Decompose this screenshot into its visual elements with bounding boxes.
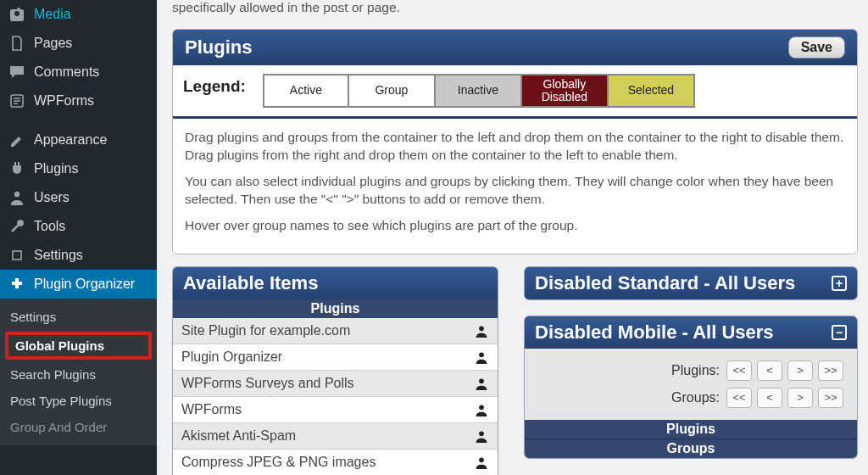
plugin-row[interactable]: WPForms Surveys and Polls (173, 371, 498, 397)
plugin-organizer-submenu: Settings Global Plugins Search Plugins P… (0, 299, 157, 445)
groups-control-row: Groups: << < > >> (538, 384, 843, 411)
plugin-name: Akismet Anti-Spam (181, 428, 296, 444)
plugins-control-row: Plugins: << < > >> (538, 357, 843, 384)
plugin-name: Compress JPEG & PNG images (181, 455, 376, 470)
nav-label: Media (34, 7, 71, 22)
groups-move-all-right-button[interactable]: >> (818, 388, 843, 408)
plugin-row[interactable]: Plugin Organizer (173, 344, 498, 371)
user-role-icon[interactable] (474, 455, 489, 470)
plugin-organizer-icon (8, 276, 25, 293)
wpforms-icon (8, 92, 25, 109)
nav-plugins[interactable]: Plugins (0, 154, 157, 183)
settings-icon (8, 247, 25, 264)
available-items-title: Available Items (183, 272, 318, 294)
disabled-mobile-header[interactable]: Disabled Mobile - All Users − (525, 316, 857, 349)
disabled-mobile-block: Disabled Mobile - All Users − Plugins: <… (524, 316, 858, 459)
submenu-global-plugins[interactable]: Global Plugins (15, 338, 142, 353)
plugins-panel: Plugins Save Legend: Active Group Inacti… (172, 29, 858, 254)
disabled-mobile-plugins-subheader: Plugins (525, 420, 857, 439)
legend-group: Group (349, 74, 436, 108)
available-items-block: Available Items Plugins Site Plugin for … (172, 266, 498, 475)
submenu-settings[interactable]: Settings (0, 304, 157, 330)
nav-pages[interactable]: Pages (0, 29, 157, 58)
plugin-row[interactable]: WPForms (173, 397, 498, 423)
groups-ctrl-label: Groups: (671, 390, 720, 405)
plugin-row[interactable]: Compress JPEG & PNG images (173, 450, 498, 475)
disabled-standard-block: Disabled Standard - All Users + (524, 266, 858, 300)
nav-users[interactable]: Users (0, 183, 157, 212)
plugin-row[interactable]: Site Plugin for example.com (173, 318, 498, 344)
user-role-icon[interactable] (474, 376, 489, 391)
disabled-mobile-body: Plugins: << < > >> Groups: << < (525, 349, 857, 420)
svg-point-4 (479, 352, 484, 357)
disabled-mobile-groups-subheader: Groups (525, 439, 857, 458)
nav-label: Tools (34, 219, 65, 234)
nav-settings[interactable]: Settings (0, 241, 157, 270)
plugins-icon (8, 160, 25, 177)
user-role-icon[interactable] (474, 349, 489, 365)
instructions: Drag plugins and groups from the contain… (173, 119, 857, 254)
instructions-p1: Drag plugins and groups from the contain… (185, 129, 845, 165)
plugin-name: WPForms (181, 402, 242, 417)
submenu-group-and-order[interactable]: Group And Order (0, 414, 157, 440)
groups-move-right-button[interactable]: > (787, 388, 813, 408)
plugins-move-all-right-button[interactable]: >> (818, 360, 843, 381)
user-role-icon[interactable] (474, 428, 489, 444)
users-icon (8, 189, 25, 206)
legend-globally-disabled: Globally Disabled (522, 74, 609, 108)
user-role-icon[interactable] (474, 402, 489, 417)
legend-active: Active (263, 74, 349, 108)
nav-appearance[interactable]: Appearance (0, 126, 157, 154)
available-plugins-subheader: Plugins (173, 299, 498, 318)
plugin-row[interactable]: Akismet Anti-Spam (173, 423, 498, 450)
plugin-name: Plugin Organizer (181, 349, 282, 365)
nav-label: Plugins (34, 161, 78, 176)
panel-title: Plugins (185, 36, 252, 59)
svg-point-3 (479, 326, 484, 331)
submenu-global-plugins-highlight: Global Plugins (5, 332, 152, 360)
nav-label: Pages (34, 36, 72, 51)
expand-icon[interactable]: + (832, 276, 847, 291)
available-plugins-list[interactable]: Site Plugin for example.comPlugin Organi… (173, 318, 498, 475)
nav-tools[interactable]: Tools (0, 212, 157, 241)
collapse-icon[interactable]: − (832, 325, 847, 340)
admin-sidebar: Media Pages Comments WPForms Appearance … (0, 0, 157, 475)
plugins-move-left-button[interactable]: < (757, 360, 782, 381)
user-role-icon[interactable] (474, 323, 489, 338)
truncated-text-top: specifically allowed in the post or page… (172, 0, 858, 29)
save-button[interactable]: Save (788, 36, 845, 59)
plugin-name: Site Plugin for example.com (181, 323, 350, 338)
submenu-search-plugins[interactable]: Search Plugins (0, 361, 157, 388)
svg-point-6 (479, 405, 484, 410)
svg-point-8 (479, 457, 484, 462)
instructions-p3: Hover over group names to see which plug… (185, 217, 845, 235)
nav-label: WPForms (34, 93, 94, 109)
disabled-standard-title: Disabled Standard - All Users (535, 272, 795, 294)
main-content: specifically allowed in the post or page… (157, 0, 868, 475)
plugins-panel-header: Plugins Save (173, 30, 857, 65)
legend-selected: Selected (609, 74, 695, 108)
nav-media[interactable]: Media (0, 0, 157, 29)
nav-label: Comments (34, 64, 99, 80)
nav-comments[interactable]: Comments (0, 58, 157, 87)
svg-rect-2 (13, 251, 21, 260)
nav-label: Users (34, 190, 70, 205)
plugins-move-all-left-button[interactable]: << (726, 360, 752, 381)
nav-label: Plugin Organizer (34, 277, 135, 292)
media-icon (8, 6, 25, 23)
plugins-move-right-button[interactable]: > (787, 360, 813, 381)
submenu-post-type-plugins[interactable]: Post Type Plugins (0, 388, 157, 414)
comments-icon (8, 64, 25, 81)
nav-wpforms[interactable]: WPForms (0, 87, 157, 115)
plugin-name: WPForms Surveys and Polls (181, 376, 354, 391)
available-items-header: Available Items (173, 267, 498, 299)
groups-move-all-left-button[interactable]: << (726, 388, 752, 408)
groups-move-left-button[interactable]: < (757, 388, 782, 408)
disabled-standard-header[interactable]: Disabled Standard - All Users + (525, 267, 857, 299)
tools-icon (8, 218, 25, 235)
svg-point-7 (479, 431, 484, 436)
nav-plugin-organizer[interactable]: Plugin Organizer (0, 270, 157, 299)
svg-point-5 (479, 378, 484, 383)
legend-row: Legend: Active Group Inactive Globally D… (173, 65, 857, 119)
pages-icon (8, 35, 25, 52)
